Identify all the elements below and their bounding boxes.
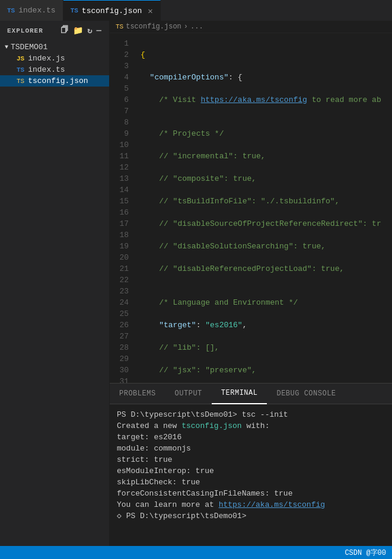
terminal-setting-target: target: es2016 (117, 433, 181, 442)
refresh-icon[interactable]: ↻ (87, 25, 93, 36)
folder-label: TSDEMO01 (11, 43, 47, 52)
code-line-15: // "lib": [], (141, 342, 392, 353)
sidebar: EXPLORER 🗍 📁 ↻ ― ▼ TSDEMO01 JS index.js … (0, 21, 110, 546)
terminal-setting-force: forceConsistentCasingInFileNames: true (117, 489, 292, 498)
terminal-setting-module: module: commonjs (117, 444, 191, 453)
breadcrumb-separator: › (184, 23, 188, 31)
sidebar-folder-tsdemo01[interactable]: ▼ TSDEMO01 (0, 41, 109, 53)
json-file-icon: TS (17, 78, 24, 85)
chevron-down-icon: ▼ (5, 44, 8, 50)
terminal-setting-4: esModuleInterop: true (117, 465, 385, 477)
bottom-panel: PROBLEMS OUTPUT TERMINAL DEBUG CONSOLE P… (110, 383, 392, 546)
line-numbers: 12345 678910 1112131415 1617181920 21222… (110, 33, 133, 383)
status-bar-text: CSDN @字00 (345, 548, 386, 558)
breadcrumb-file: tsconfig.json (126, 23, 181, 31)
new-file-icon[interactable]: 🗍 (60, 25, 69, 36)
collapse-icon[interactable]: ― (97, 25, 102, 36)
sidebar-file-index-ts[interactable]: TS index.ts (0, 64, 109, 75)
terminal-line-1: PS D:\typescript\tsDemo01> tsc --init (117, 409, 385, 420)
terminal-setting-5: skipLibCheck: true (117, 477, 385, 488)
sidebar-file-tsconfig-json[interactable]: TS tsconfig.json (0, 75, 109, 87)
terminal-setting-esmodule: esModuleInterop: true (117, 467, 214, 475)
js-file-icon: JS (17, 55, 24, 62)
breadcrumb-file-icon: TS (116, 23, 123, 30)
ts-file-icon: TS (17, 66, 24, 74)
breadcrumb-rest: ... (190, 23, 203, 31)
tab-output[interactable]: OUTPUT (165, 384, 212, 404)
tab-label-index-ts: index.ts (18, 6, 55, 15)
terminal-created-text: Created a new tsconfig.json with: (117, 421, 269, 430)
tabs-bar: TS index.ts TS tsconfig.json ✕ (0, 0, 392, 21)
code-line-2: "compilerOptions": { (141, 72, 392, 83)
tab-debug-console-label: DEBUG CONSOLE (276, 389, 336, 398)
ts-icon-2: TS (71, 7, 78, 14)
code-line-3: /* Visit https://aka.ms/tsconfig to read… (141, 94, 392, 106)
sidebar-section: ▼ TSDEMO01 JS index.js TS index.ts TS ts… (0, 40, 109, 88)
tab-terminal-label: TERMINAL (221, 389, 258, 397)
tab-debug-console[interactable]: DEBUG CONSOLE (267, 384, 345, 404)
code-line-13: /* Language and Environment */ (141, 297, 392, 308)
code-line-1: { (141, 49, 392, 60)
sidebar-title: EXPLORER 🗍 📁 ↻ ― (0, 21, 109, 40)
close-icon[interactable]: ✕ (148, 6, 152, 16)
terminal-setting-2: module: commonjs (117, 443, 385, 454)
terminal-line-prompt2: ◇ PS D:\typescript\tsDemo01> (117, 510, 385, 522)
terminal-content[interactable]: PS D:\typescript\tsDemo01> tsc --init Cr… (110, 404, 392, 546)
file-label-index-ts: index.ts (28, 65, 65, 74)
tab-problems[interactable]: PROBLEMS (110, 384, 165, 404)
code-line-10: // "disableSolutionSearching": true, (141, 241, 392, 252)
file-label-index-js: index.js (28, 54, 65, 63)
ts-icon: TS (7, 7, 15, 14)
terminal-setting-3: strict: true (117, 454, 385, 465)
new-folder-icon[interactable]: 📁 (73, 25, 84, 36)
terminal-setting-strict: strict: true (117, 455, 173, 464)
terminal-prompt-1: PS D:\typescript\tsDemo01> tsc --init (117, 410, 288, 419)
tab-terminal[interactable]: TERMINAL (212, 384, 267, 404)
tab-index-ts[interactable]: TS index.ts (0, 0, 63, 21)
terminal-prompt-2: ◇ PS D:\typescript\tsDemo01> (117, 512, 246, 520)
terminal-learn-text: You can learn more at https://aka.ms/tsc… (117, 500, 325, 509)
code-line-11: // "disableReferencedProjectLoad": true, (141, 263, 392, 274)
code-line-9: // "disableSourceOfProjectReferenceRedir… (141, 218, 392, 229)
tab-problems-label: PROBLEMS (119, 389, 156, 398)
code-line-6: // "incremental": true, (141, 151, 392, 162)
code-line-7: // "composite": true, (141, 173, 392, 184)
code-line-16: // "jsx": "preserve", (141, 365, 392, 376)
editor-area: TS tsconfig.json › ... 12345 678910 1112… (110, 21, 392, 546)
panel-tabs: PROBLEMS OUTPUT TERMINAL DEBUG CONSOLE (110, 384, 392, 404)
tab-tsconfig-json[interactable]: TS tsconfig.json ✕ (63, 0, 161, 21)
code-editor[interactable]: 12345 678910 1112131415 1617181920 21222… (110, 33, 392, 383)
code-line-8: // "tsBuildInfoFile": "./.tsbuildinfo", (141, 196, 392, 207)
breadcrumb: TS tsconfig.json › ... (110, 21, 392, 33)
sidebar-file-index-js[interactable]: JS index.js (0, 53, 109, 64)
code-content[interactable]: { "compilerOptions": { /* Visit https://… (133, 33, 392, 383)
tab-label-tsconfig-json: tsconfig.json (82, 7, 142, 15)
terminal-learn-more: You can learn more at https://aka.ms/tsc… (117, 499, 385, 510)
terminal-setting-skiplib: skipLibCheck: true (117, 478, 200, 487)
status-bar: CSDN @字00 (0, 546, 392, 559)
tab-output-label: OUTPUT (175, 389, 202, 398)
file-label-tsconfig-json: tsconfig.json (28, 76, 88, 85)
terminal-line-created: Created a new tsconfig.json with: (117, 420, 385, 432)
terminal-setting-1: target: es2016 (117, 432, 385, 443)
sidebar-title-label: EXPLORER (7, 27, 43, 34)
main-content: EXPLORER 🗍 📁 ↻ ― ▼ TSDEMO01 JS index.js … (0, 21, 392, 546)
sidebar-title-icons: 🗍 📁 ↻ ― (60, 25, 102, 36)
code-line-5: /* Projects */ (141, 128, 392, 139)
code-line-14: "target": "es2016", (141, 320, 392, 331)
terminal-learn-link[interactable]: https://aka.ms/tsconfig (219, 500, 325, 509)
terminal-setting-6: forceConsistentCasingInFileNames: true (117, 488, 385, 499)
